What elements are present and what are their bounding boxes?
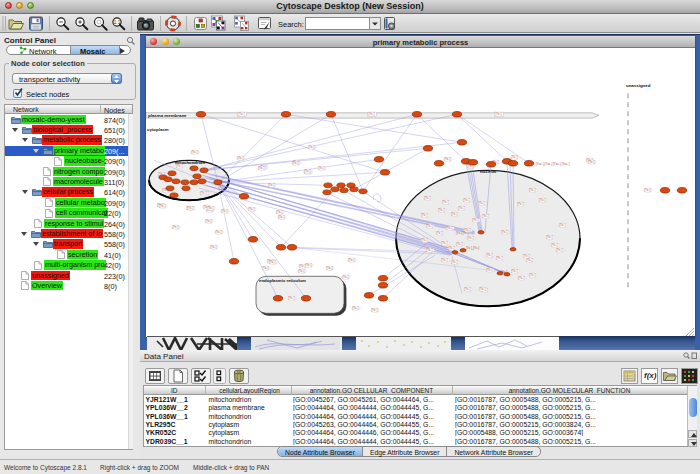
svg-text:[Yx..]: [Yx..] bbox=[457, 242, 463, 246]
svg-text:[Yx..]: [Yx..] bbox=[238, 156, 244, 160]
svg-text:[Yx..]: [Yx..] bbox=[263, 266, 269, 270]
svg-text:[Yx..]: [Yx..] bbox=[464, 198, 470, 202]
svg-text:[Yx..]: [Yx..] bbox=[249, 207, 255, 211]
svg-text:cytoplasm: cytoplasm bbox=[147, 127, 169, 132]
svg-text:[Yx..]: [Yx..] bbox=[206, 219, 212, 223]
svg-text:[Yx..]: [Yx..] bbox=[201, 191, 207, 195]
svg-text:[Yx..]: [Yx..] bbox=[452, 260, 458, 264]
svg-text:[Yx..]: [Yx..] bbox=[547, 235, 553, 239]
svg-text:plasma membrane: plasma membrane bbox=[148, 113, 187, 118]
svg-text:[Yx..]: [Yx..] bbox=[239, 112, 245, 116]
svg-text:[Yx..]: [Yx..] bbox=[552, 243, 558, 247]
svg-text:[Yx..]: [Yx..] bbox=[353, 306, 359, 310]
svg-text:nucleus: nucleus bbox=[480, 169, 497, 174]
svg-text:[Yx..]: [Yx..] bbox=[530, 273, 536, 277]
svg-text:[Yx..]: [Yx..] bbox=[259, 166, 265, 170]
svg-text:[Yx..]: [Yx..] bbox=[305, 169, 311, 173]
svg-text:[Yx..]: [Yx..] bbox=[222, 209, 228, 213]
svg-text:[Yx..]: [Yx..] bbox=[299, 269, 305, 273]
svg-text:[Yx..]: [Yx..] bbox=[422, 238, 428, 242]
svg-text:endoplasmic reticulum: endoplasmic reticulum bbox=[259, 278, 306, 283]
svg-text:[Yx..]: [Yx..] bbox=[512, 269, 518, 273]
svg-text:[Yx..]: [Yx..] bbox=[496, 112, 502, 116]
svg-text:[Yx..]: [Yx..] bbox=[645, 188, 651, 192]
svg-text:[Yx..]: [Yx..] bbox=[422, 213, 428, 217]
svg-text:[Yx..]: [Yx..] bbox=[445, 157, 451, 161]
svg-text:[Yx..]: [Yx..] bbox=[465, 287, 471, 291]
svg-text:[Yx..]: [Yx..] bbox=[343, 275, 349, 279]
svg-text:[Yx..]: [Yx..] bbox=[483, 214, 489, 218]
svg-text:[Yx..]: [Yx..] bbox=[487, 253, 493, 257]
svg-text:[Yx..]: [Yx..] bbox=[427, 248, 433, 252]
svg-text:[Yx..]: [Yx..] bbox=[192, 150, 198, 154]
svg-text:[Yxx..] [Yxx..] [Yxx..] [Yxx..: [Yxx..] [Yxx..] [Yxx..] [Yxx..] bbox=[536, 161, 570, 165]
svg-text:[Yx..]: [Yx..] bbox=[289, 296, 295, 300]
svg-text:Search:: Search: bbox=[278, 20, 304, 29]
svg-text:[Yx..]: [Yx..] bbox=[589, 160, 595, 164]
svg-text:[Yx..]: [Yx..] bbox=[173, 225, 179, 229]
svg-text:[Yx..]: [Yx..] bbox=[211, 245, 217, 249]
svg-text:[Yx..]: [Yx..] bbox=[270, 260, 276, 264]
svg-text:[Yx..]: [Yx..] bbox=[487, 268, 493, 272]
svg-text:[Yx..]: [Yx..] bbox=[473, 218, 479, 222]
svg-text:[Yx..]: [Yx..] bbox=[518, 202, 524, 206]
svg-text:[Yx..]: [Yx..] bbox=[502, 230, 508, 234]
svg-text:[Yx..]: [Yx..] bbox=[439, 208, 445, 212]
svg-text:[Yx..]: [Yx..] bbox=[530, 188, 536, 192]
svg-text:[Yx..]: [Yx..] bbox=[459, 206, 465, 210]
svg-text:[Yx..]: [Yx..] bbox=[560, 223, 566, 227]
svg-text:[Yx..]: [Yx..] bbox=[269, 183, 275, 187]
svg-text:[Yx..]: [Yx..] bbox=[279, 215, 285, 219]
svg-text:[Yx..]: [Yx..] bbox=[327, 266, 333, 270]
svg-text:[Yx..]: [Yx..] bbox=[447, 226, 453, 230]
svg-text:[Yx..]: [Yx..] bbox=[468, 236, 474, 240]
svg-text:[Yx..]: [Yx..] bbox=[443, 200, 449, 204]
svg-text:[Yx..]: [Yx..] bbox=[293, 161, 299, 165]
svg-text:[Yx..]: [Yx..] bbox=[427, 224, 433, 228]
svg-text:[Yx..]: [Yx..] bbox=[452, 212, 458, 216]
svg-text:[Yx..]: [Yx..] bbox=[442, 258, 448, 262]
svg-text:[Yx..]: [Yx..] bbox=[519, 276, 525, 280]
svg-text:[Yx..]: [Yx..] bbox=[437, 231, 443, 235]
svg-text:1:1: 1:1 bbox=[114, 20, 121, 25]
svg-text:[Yx..] [Yx..]: [Yx..] [Yx..] bbox=[456, 231, 469, 235]
svg-text:[Yx..]: [Yx..] bbox=[479, 201, 485, 205]
svg-text:[Yx..]: [Yx..] bbox=[300, 264, 306, 268]
svg-text:[Yx..]_[Yx..]: [Yx..]_[Yx..] bbox=[466, 246, 480, 250]
svg-text:[Yx..]: [Yx..] bbox=[277, 210, 283, 214]
svg-text:[Yx..]: [Yx..] bbox=[369, 112, 375, 116]
svg-text:[Yx..]: [Yx..] bbox=[540, 198, 546, 202]
svg-text:[Yx..]: [Yx..] bbox=[497, 256, 503, 260]
svg-text:[Yx..]: [Yx..] bbox=[208, 206, 214, 210]
svg-text:[Yx..]: [Yx..] bbox=[177, 164, 183, 168]
svg-text:[Yx..]: [Yx..] bbox=[309, 145, 315, 149]
svg-text:[Yx..]: [Yx..] bbox=[372, 308, 378, 312]
svg-text:[Yx..]: [Yx..] bbox=[449, 246, 455, 250]
svg-text:[Yx..]: [Yx..] bbox=[557, 248, 563, 252]
svg-text:[Yx..]: [Yx..] bbox=[442, 241, 448, 245]
svg-text:[Yx..]: [Yx..] bbox=[160, 204, 166, 208]
svg-text:[Yx..]: [Yx..] bbox=[512, 155, 518, 159]
svg-text:[Yx..]: [Yx..] bbox=[527, 258, 533, 262]
svg-text:[Yx..]: [Yx..] bbox=[425, 196, 431, 200]
svg-text:[Yx..]: [Yx..] bbox=[188, 206, 194, 210]
svg-text:unassigned: unassigned bbox=[626, 82, 651, 87]
svg-text:[Yx..]: [Yx..] bbox=[480, 287, 486, 291]
svg-text:[Yx..]: [Yx..] bbox=[319, 166, 325, 170]
svg-text:[Yx..]: [Yx..] bbox=[349, 258, 355, 262]
svg-text:[Yx..]: [Yx..] bbox=[524, 254, 530, 258]
svg-text:[Yx..]: [Yx..] bbox=[216, 230, 222, 234]
